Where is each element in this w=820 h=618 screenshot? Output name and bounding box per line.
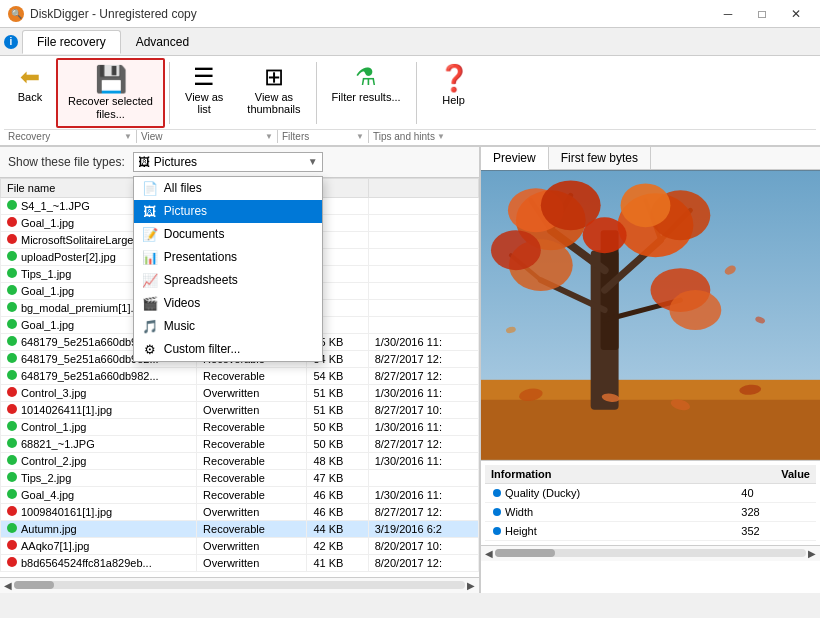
- preview-tabs: Preview First few bytes: [481, 147, 820, 170]
- dropdown-item-all-files[interactable]: 📄 All files: [134, 177, 322, 200]
- cell-filename: AAqko7[1].jpg: [1, 537, 197, 554]
- hscroll-left[interactable]: ◀: [2, 580, 14, 591]
- hscroll-track[interactable]: [14, 581, 465, 589]
- toolbar-group-recovery-back: ⬅ Back: [4, 58, 56, 108]
- view-list-label: View aslist: [185, 91, 223, 115]
- hscroll-right[interactable]: ▶: [465, 580, 477, 591]
- info-dot: [493, 527, 501, 535]
- table-row[interactable]: Control_3.jpg Overwritten 51 KB 1/30/201…: [1, 384, 479, 401]
- close-button[interactable]: ✕: [780, 4, 812, 24]
- preview-hscroll[interactable]: ◀ ▶: [481, 545, 820, 561]
- table-row[interactable]: 1009840161[1].jpg Overwritten 46 KB 8/27…: [1, 503, 479, 520]
- cell-date: 8/20/2017 12:: [368, 554, 478, 571]
- minimize-button[interactable]: ─: [712, 4, 744, 24]
- dropdown-item-videos[interactable]: 🎬 Videos: [134, 292, 322, 315]
- tab-file-recovery[interactable]: File recovery: [22, 30, 121, 54]
- tab-first-bytes[interactable]: First few bytes: [549, 147, 651, 169]
- table-row[interactable]: 648179_5e251a660db982... Recoverable 54 …: [1, 367, 479, 384]
- table-row[interactable]: Goal_4.jpg Recoverable 46 KB 1/30/2016 1…: [1, 486, 479, 503]
- status-dot: [7, 319, 17, 329]
- status-dot: [7, 200, 17, 210]
- music-label: Music: [164, 319, 195, 333]
- table-row[interactable]: Autumn.jpg Recoverable 44 KB 3/19/2016 6…: [1, 520, 479, 537]
- table-row[interactable]: Tips_2.jpg Recoverable 47 KB: [1, 469, 479, 486]
- filter-bar-label: Show these file types:: [8, 155, 125, 169]
- status-dot: [7, 234, 17, 244]
- filters-group-label: Filters▼: [278, 130, 368, 143]
- toolbar-group-filters: ⚗ Filter results...: [321, 58, 412, 108]
- table-row[interactable]: b8d6564524ffc81a829eb... Overwritten 41 …: [1, 554, 479, 571]
- cell-date: 1/30/2016 11:: [368, 452, 478, 469]
- dropdown-item-pictures[interactable]: 🖼 Pictures: [134, 200, 322, 223]
- status-dot: [7, 285, 17, 295]
- status-dot: [7, 353, 17, 363]
- table-row[interactable]: AAqko7[1].jpg Overwritten 42 KB 8/20/201…: [1, 537, 479, 554]
- file-type-dropdown[interactable]: 🖼 Pictures ▼: [133, 152, 323, 172]
- cell-date: [368, 265, 478, 282]
- cell-date: 8/27/2017 12:: [368, 435, 478, 452]
- cell-filename: 1014026411[1].jpg: [1, 401, 197, 418]
- recover-selected-button[interactable]: 💾 Recover selectedfiles...: [56, 58, 165, 128]
- back-button[interactable]: ⬅ Back: [4, 58, 56, 108]
- help-label: Help: [442, 94, 465, 106]
- preview-scroll-left[interactable]: ◀: [483, 548, 495, 559]
- dropdown-item-documents[interactable]: 📝 Documents: [134, 223, 322, 246]
- filter-results-button[interactable]: ⚗ Filter results...: [321, 58, 412, 108]
- cell-filename: 1009840161[1].jpg: [1, 503, 197, 520]
- cell-date: [368, 316, 478, 333]
- back-label: Back: [18, 91, 42, 103]
- cell-date: 1/30/2016 11:: [368, 333, 478, 350]
- dropdown-item-music[interactable]: 🎵 Music: [134, 315, 322, 338]
- view-list-button[interactable]: ☰ View aslist: [174, 58, 234, 120]
- info-dot: [493, 508, 501, 516]
- table-row[interactable]: Control_2.jpg Recoverable 48 KB 1/30/201…: [1, 452, 479, 469]
- view-group-label: View▼: [137, 130, 277, 143]
- help-button[interactable]: ❓ Help: [421, 58, 487, 111]
- all-files-icon: 📄: [142, 181, 158, 196]
- help-icon: ❓: [438, 63, 470, 94]
- table-row[interactable]: 68821_~1.JPG Recoverable 50 KB 8/27/2017…: [1, 435, 479, 452]
- hscroll-thumb[interactable]: [14, 581, 54, 589]
- cell-date: 3/19/2016 6:2: [368, 520, 478, 537]
- pictures-icon: 🖼: [142, 204, 158, 219]
- preview-image-area: [481, 170, 820, 460]
- tab-advanced[interactable]: Advanced: [121, 30, 204, 54]
- thumbnails-icon: ⊞: [264, 63, 284, 91]
- cell-status: Overwritten: [197, 537, 307, 554]
- view-thumbnails-label: View asthumbnails: [247, 91, 300, 115]
- status-dot: [7, 557, 17, 567]
- maximize-button[interactable]: □: [746, 4, 778, 24]
- cell-size: 50 KB: [307, 435, 368, 452]
- col-date[interactable]: [368, 178, 478, 197]
- table-row[interactable]: 1014026411[1].jpg Overwritten 51 KB 8/27…: [1, 401, 479, 418]
- dropdown-item-presentations[interactable]: 📊 Presentations: [134, 246, 322, 269]
- info-value: 352: [733, 521, 816, 540]
- view-thumbnails-button[interactable]: ⊞ View asthumbnails: [236, 58, 311, 120]
- info-table: Quality (Ducky) 40 Width 328 Height 352: [485, 484, 816, 541]
- hscroll-bar[interactable]: ◀ ▶: [0, 577, 479, 593]
- dropdown-item-custom[interactable]: ⚙ Custom filter...: [134, 338, 322, 361]
- status-dot: [7, 540, 17, 550]
- svg-point-24: [583, 217, 627, 253]
- tips-group-label: Tips and hints▼: [369, 130, 449, 143]
- app-info-icon: i: [4, 35, 18, 49]
- toolbar-group-recovery-recover: 💾 Recover selectedfiles...: [56, 58, 165, 128]
- table-row[interactable]: Control_1.jpg Recoverable 50 KB 1/30/201…: [1, 418, 479, 435]
- preview-scroll-thumb[interactable]: [495, 549, 555, 557]
- status-dot: [7, 370, 17, 380]
- preview-scroll-track[interactable]: [495, 549, 806, 557]
- tab-preview[interactable]: Preview: [481, 147, 549, 170]
- filter-bar: Show these file types: 🖼 Pictures ▼ 📄 Al…: [0, 147, 479, 178]
- status-dot: [7, 336, 17, 346]
- spreadsheets-label: Spreadsheets: [164, 273, 238, 287]
- back-btn-wrapper: ⬅ Back: [4, 58, 56, 108]
- cell-status: Overwritten: [197, 401, 307, 418]
- preview-scroll-right[interactable]: ▶: [806, 548, 818, 559]
- info-key: Width: [485, 502, 733, 521]
- recover-label: Recover selectedfiles...: [68, 95, 153, 121]
- list-icon: ☰: [193, 63, 215, 91]
- cell-date: [368, 197, 478, 214]
- dropdown-item-spreadsheets[interactable]: 📈 Spreadsheets: [134, 269, 322, 292]
- videos-label: Videos: [164, 296, 200, 310]
- filter-results-label: Filter results...: [332, 91, 401, 103]
